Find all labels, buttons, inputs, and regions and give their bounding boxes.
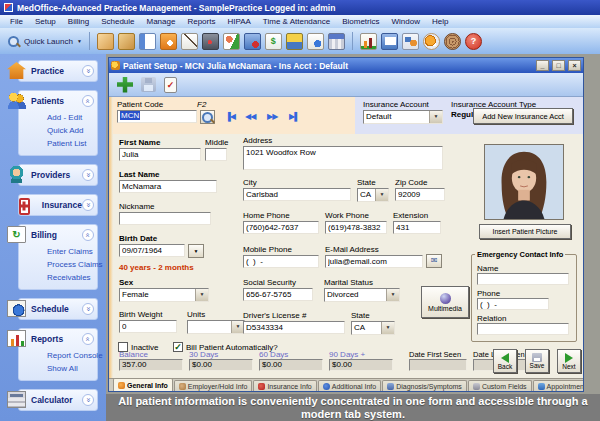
patient-card-icon[interactable] <box>139 33 156 50</box>
home-phone-input[interactable] <box>243 221 319 234</box>
tab-appointments[interactable]: Appointments <box>533 380 584 392</box>
mobile-phone-input[interactable] <box>243 255 319 268</box>
insert-patient-picture-button[interactable]: Insert Patient Picture <box>479 224 571 239</box>
chevron-down-icon[interactable]: ▼ <box>195 289 208 301</box>
tab-additional-info[interactable]: Additional Info <box>318 380 381 392</box>
collapse-chevron-icon[interactable]: » <box>82 229 94 241</box>
city-input[interactable] <box>243 188 351 201</box>
calendar-calculator-icon[interactable] <box>328 33 345 50</box>
send-email-icon[interactable]: ✉ <box>426 254 442 268</box>
visit-history-icon[interactable] <box>307 33 324 50</box>
patient-transfer-icon[interactable] <box>223 33 240 50</box>
emergency-name-input[interactable] <box>477 273 569 285</box>
icd-codes-icon[interactable] <box>118 33 135 50</box>
cpt-codes-icon[interactable] <box>97 33 114 50</box>
birth-date-input[interactable] <box>119 244 185 257</box>
sidebar-section-patients[interactable]: Patients » <box>19 91 97 111</box>
expand-chevron-icon[interactable]: » <box>82 169 94 181</box>
sidebar-section-schedule[interactable]: Schedule » <box>19 299 97 319</box>
units-select[interactable]: ▼ <box>187 320 245 334</box>
maximize-button[interactable]: □ <box>552 60 565 71</box>
marital-status-select[interactable]: Divorced ▼ <box>324 288 400 302</box>
sidebar-section-insurance[interactable]: Insurance » <box>19 195 97 215</box>
zip-code-input[interactable] <box>395 188 445 201</box>
sidebar-item-patient-list[interactable]: Patient List <box>47 137 97 150</box>
previous-record-icon[interactable]: ◀◀ <box>245 112 255 121</box>
collapse-chevron-icon[interactable]: » <box>82 333 94 345</box>
birth-date-dropdown-icon[interactable]: ▼ <box>188 244 204 258</box>
next-button[interactable]: Next <box>557 349 581 373</box>
emergency-phone-input[interactable] <box>477 298 549 310</box>
help-icon[interactable]: ? <box>465 33 482 50</box>
next-record-icon[interactable]: ▶▶ <box>267 112 277 121</box>
birth-weight-input[interactable] <box>119 320 177 333</box>
menu-setup[interactable]: Setup <box>29 16 62 27</box>
social-security-input[interactable] <box>243 288 313 301</box>
sidebar-item-add-edit[interactable]: Add - Edit <box>47 111 97 124</box>
chevron-down-icon[interactable]: ▼ <box>386 289 399 301</box>
biometrics-icon[interactable] <box>444 33 461 50</box>
search-icon[interactable] <box>7 35 20 48</box>
address-input[interactable]: 1021 Woodfox Row <box>243 146 443 170</box>
verify-patient-icon[interactable]: ✓ <box>164 77 177 93</box>
state-select[interactable]: CA ▼ <box>357 188 389 202</box>
menu-manage[interactable]: Manage <box>141 16 182 27</box>
menu-help[interactable]: Help <box>426 16 454 27</box>
insurance-account-select[interactable]: Default ▼ <box>363 110 443 124</box>
collapse-chevron-icon[interactable]: » <box>82 95 94 107</box>
license-state-select[interactable]: CA ▼ <box>351 321 395 335</box>
email-input[interactable] <box>325 255 423 268</box>
minimize-button[interactable]: _ <box>536 60 549 71</box>
expand-chevron-icon[interactable]: » <box>82 303 94 315</box>
drivers-license-input[interactable] <box>243 321 345 334</box>
sidebar-item-process-claims[interactable]: Process Claims <box>47 258 97 271</box>
payments-icon[interactable] <box>286 33 303 50</box>
chevron-down-icon[interactable]: ▼ <box>381 322 394 334</box>
close-button[interactable]: × <box>568 60 581 71</box>
appointments-icon[interactable] <box>160 33 177 50</box>
sex-select[interactable]: Female ▼ <box>119 288 209 302</box>
save-patient-icon[interactable] <box>141 77 156 92</box>
daily-notes-icon[interactable] <box>181 33 198 50</box>
chevron-down-icon[interactable]: ▼ <box>375 189 388 201</box>
sidebar-item-show-all[interactable]: Show All <box>47 362 97 375</box>
patient-search-button[interactable] <box>200 110 215 124</box>
sidebar-item-receivables[interactable]: Receivables <box>47 271 97 284</box>
add-new-insurance-button[interactable]: Add New Insurance Acct <box>473 108 573 124</box>
extension-input[interactable] <box>393 221 441 234</box>
network-users-icon[interactable] <box>402 33 419 50</box>
tab-employer-hold-info[interactable]: Employer/Hold Info <box>174 380 253 392</box>
camera-icon[interactable] <box>202 33 219 50</box>
first-name-input[interactable] <box>119 148 201 161</box>
sidebar-item-quick-add[interactable]: Quick Add <box>47 124 97 137</box>
menu-file[interactable]: File <box>4 16 29 27</box>
multimedia-button[interactable]: Multimedia <box>421 286 469 318</box>
last-record-icon[interactable]: ▶▌ <box>289 112 299 121</box>
add-patient-icon[interactable] <box>117 77 133 93</box>
nickname-input[interactable] <box>119 212 211 225</box>
statements-icon[interactable]: $ <box>265 33 282 50</box>
back-button[interactable]: Back <box>493 349 517 373</box>
menu-biometrics[interactable]: Biometrics <box>336 16 385 27</box>
menu-schedule[interactable]: Schedule <box>95 16 140 27</box>
sidebar-section-providers[interactable]: Providers » <box>19 165 97 185</box>
tab-insurance-info[interactable]: Insurance Info <box>253 380 316 392</box>
save-button[interactable]: Save <box>525 349 549 373</box>
first-record-icon[interactable]: ▐◀ <box>225 112 235 121</box>
sidebar-item-enter-claims[interactable]: Enter Claims <box>47 245 97 258</box>
middle-input[interactable] <box>205 148 227 161</box>
charts-icon[interactable] <box>360 33 377 50</box>
reminders-icon[interactable] <box>423 33 440 50</box>
menu-time-attendance[interactable]: Time & Attendance <box>257 16 336 27</box>
emergency-relation-input[interactable] <box>477 323 569 335</box>
expand-chevron-icon[interactable]: » <box>82 394 94 406</box>
sidebar-section-calculator[interactable]: Calculator » <box>19 390 97 410</box>
menu-window[interactable]: Window <box>386 16 426 27</box>
quick-launch-dropdown-icon[interactable]: ▼ <box>77 38 82 44</box>
sidebar-section-billing[interactable]: ↻ Billing » <box>19 225 97 245</box>
patient-code-input[interactable]: MCN <box>117 110 197 123</box>
sidebar-section-reports[interactable]: Reports » <box>19 329 97 349</box>
tab-custom-fields[interactable]: Custom Fields <box>468 380 532 392</box>
workstation-icon[interactable] <box>381 33 398 50</box>
charge-entry-icon[interactable] <box>244 33 261 50</box>
